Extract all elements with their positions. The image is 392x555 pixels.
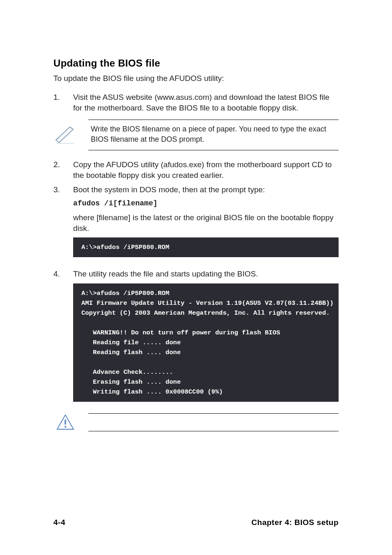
step-list-3: 4. The utility reads the file and starts… [53,269,339,279]
term-line: Reading flash .... done [81,348,330,357]
term-line: AMI Firmware Update Utility - Version 1.… [81,299,334,307]
command-text: afudos /i[filename] [73,198,339,208]
step-number: 4. [53,269,73,279]
step-list-2: 2. Copy the AFUDOS utility (afudos.exe) … [53,159,339,234]
step-3: 3. Boot the system in DOS mode, then at … [53,184,339,233]
chapter-label: Chapter 4: BIOS setup [251,518,339,527]
page: Updating the BIOS file To update the BIO… [0,0,392,555]
term-line: Advance Check........ [81,367,330,377]
step-2: 2. Copy the AFUDOS utility (afudos.exe) … [53,159,339,180]
warning-icon [53,414,88,431]
svg-point-1 [65,426,67,428]
page-footer: 4-4 Chapter 4: BIOS setup [0,518,392,527]
step-number: 3. [53,184,73,195]
pencil-icon [53,126,88,144]
step-3-line-2: where [filename] is the latest or the or… [73,212,339,233]
term-line: Erasing flash .... done [81,377,330,387]
intro-text: To update the BIOS file using the AFUDOS… [53,74,339,83]
section-heading: Updating the BIOS file [53,58,339,69]
term-line: WARNING!! Do not turn off power during f… [81,328,330,338]
terminal-block-2: A:\>afudos /iP5P800.ROM AMI Firmware Upd… [73,283,339,402]
page-number: 4-4 [53,518,65,527]
term-line: Reading file ..... done [81,338,330,348]
step-4: 4. The utility reads the file and starts… [53,269,339,279]
step-text: The utility reads the file and starts up… [73,269,339,279]
term-line: Copyright (C) 2003 American Megatrends, … [81,309,330,317]
terminal-output-2: A:\>afudos /iP5P800.ROM AMI Firmware Upd… [73,283,339,402]
step-1: 1. Visit the ASUS website (www.asus.com)… [53,92,339,113]
terminal-block-1: A:\>afudos /iP5P800.ROM [73,237,339,257]
step-list: 1. Visit the ASUS website (www.asus.com)… [53,92,339,113]
step-3-line-1: Boot the system in DOS mode, then at the… [73,184,339,195]
step-text: Visit the ASUS website (www.asus.com) an… [73,92,339,113]
note-text: Write the BIOS filename on a piece of pa… [88,120,339,150]
term-line: A:\>afudos /iP5P800.ROM [81,290,169,297]
svg-rect-0 [65,419,66,425]
step-number: 1. [53,92,73,103]
term-line: Writing flash .... 0x0008CC00 (9%) [81,387,330,397]
note-row: Write the BIOS filename on a piece of pa… [53,120,339,150]
warning-box [88,413,339,431]
step-text: Copy the AFUDOS utility (afudos.exe) fro… [73,159,339,180]
step-number: 2. [53,159,73,170]
step-body: Boot the system in DOS mode, then at the… [73,184,339,233]
warning-row [53,413,339,431]
terminal-output: A:\>afudos /iP5P800.ROM [73,237,339,257]
